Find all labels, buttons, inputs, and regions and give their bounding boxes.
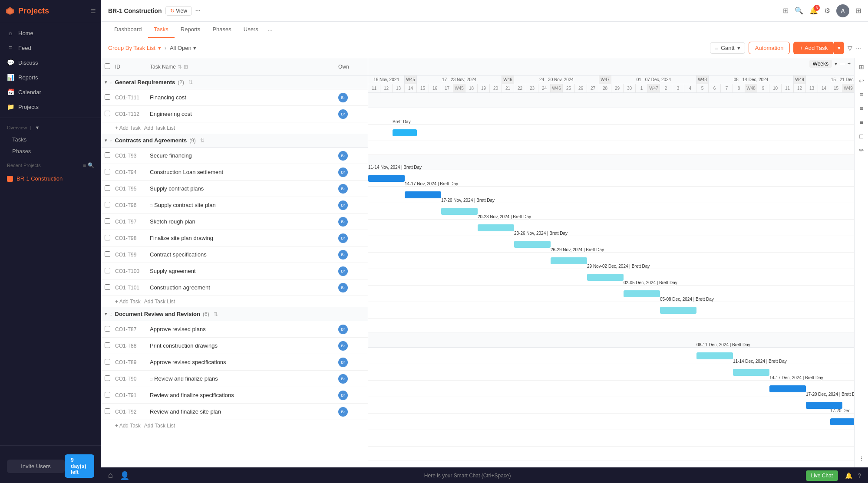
task-name[interactable]: □Supply contract site plan bbox=[150, 202, 338, 208]
sidebar-item-projects[interactable]: 📁 Projects bbox=[0, 99, 101, 114]
people-bottom-icon[interactable]: 👤 bbox=[120, 471, 129, 480]
task-name[interactable]: Approve revised specifications bbox=[150, 359, 338, 365]
home-bottom-icon[interactable]: ⌂ bbox=[108, 471, 113, 480]
gantt-bar[interactable] bbox=[696, 352, 733, 359]
task-sort-icon[interactable]: ⇅ bbox=[178, 64, 182, 70]
live-chat-button[interactable]: Live Chat bbox=[806, 470, 838, 481]
task-name[interactable]: Approve revised plans bbox=[150, 326, 338, 332]
topbar-more-button[interactable]: ··· bbox=[195, 7, 201, 14]
select-all-checkbox[interactable] bbox=[105, 63, 110, 69]
task-checkbox[interactable] bbox=[105, 185, 115, 192]
overview-label[interactable]: Overview | ▼ bbox=[7, 125, 40, 130]
list-view-icon[interactable]: ≡ bbox=[856, 89, 867, 100]
section-actions-documents[interactable]: ⇅ bbox=[214, 311, 218, 317]
task-name[interactable]: Construction Loan settlement bbox=[150, 169, 338, 175]
invite-users-button[interactable]: Invite Users bbox=[7, 460, 65, 473]
sidebar-item-discuss[interactable]: 💬 Discuss bbox=[0, 55, 101, 70]
sidebar-menu-icon[interactable]: ☰ bbox=[91, 8, 96, 14]
sidebar-item-reports[interactable]: 📊 Reports bbox=[0, 70, 101, 85]
help-icon[interactable]: ? bbox=[858, 472, 861, 479]
gantt-bar[interactable] bbox=[368, 175, 405, 182]
task-name[interactable]: Review and finalize specifications bbox=[150, 392, 338, 398]
task-name[interactable]: Supply contract plans bbox=[150, 185, 338, 192]
user-avatar[interactable]: A bbox=[836, 4, 849, 17]
task-name[interactable]: □Review and finalize plans bbox=[150, 375, 338, 382]
search-icon[interactable]: 🔍 bbox=[795, 7, 803, 15]
add-task-button[interactable]: + Add Task bbox=[793, 42, 834, 54]
task-checkbox[interactable] bbox=[105, 251, 115, 258]
task-name[interactable]: Supply agreement bbox=[150, 268, 338, 274]
task-checkbox[interactable] bbox=[105, 218, 115, 225]
tab-users[interactable]: Users bbox=[238, 22, 264, 38]
task-checkbox[interactable] bbox=[105, 342, 115, 349]
group-by-button[interactable]: Group By Task List ▾ bbox=[108, 45, 161, 51]
gantt-bar[interactable] bbox=[551, 257, 587, 264]
section-actions-contracts[interactable]: ⇅ bbox=[200, 138, 205, 144]
more-options-icon[interactable]: ··· bbox=[856, 45, 861, 52]
gantt-bar[interactable] bbox=[830, 418, 854, 425]
tab-reports[interactable]: Reports bbox=[175, 22, 207, 38]
gantt-bar[interactable] bbox=[478, 224, 514, 231]
tab-more[interactable]: ··· bbox=[264, 22, 276, 37]
task-name[interactable]: Review and finalize site plan bbox=[150, 408, 338, 415]
sidebar-item-calendar[interactable]: 📅 Calendar bbox=[0, 85, 101, 99]
section-header-contracts[interactable]: ▾ ↕ Contracts and Agreements (9) ⇅ bbox=[101, 134, 368, 148]
add-panel-icon[interactable]: ⊞ bbox=[783, 7, 789, 15]
filter-icon[interactable]: ▽ bbox=[848, 45, 852, 52]
task-checkbox[interactable] bbox=[105, 284, 115, 291]
sidebar-item-home[interactable]: ⌂ Home bbox=[0, 26, 101, 40]
add-task-list-link[interactable]: Add Task List bbox=[144, 125, 175, 131]
sidebar-item-phases[interactable]: Phases bbox=[0, 145, 101, 157]
task-checkbox[interactable] bbox=[105, 392, 115, 399]
add-task-link[interactable]: + Add Task bbox=[115, 299, 141, 305]
all-open-button[interactable]: All Open ▾ bbox=[170, 45, 196, 51]
gantt-bar[interactable] bbox=[806, 402, 842, 409]
add-task-link[interactable]: + Add Task bbox=[115, 125, 141, 131]
gantt-bar[interactable] bbox=[587, 274, 624, 281]
tab-dashboard[interactable]: Dashboard bbox=[108, 22, 148, 38]
task-checkbox[interactable] bbox=[105, 359, 115, 366]
smart-chat-text[interactable]: Here is your Smart Chat (Ctrl+Space) bbox=[136, 473, 799, 479]
task-name[interactable]: Financing cost bbox=[150, 94, 338, 101]
gantt-bar[interactable] bbox=[733, 369, 769, 376]
compact-view-icon[interactable]: ≡ bbox=[856, 117, 867, 128]
grid-view-icon[interactable]: ≡ bbox=[856, 103, 867, 114]
gantt-area[interactable]: Weeks ▾ — + 16 Nov, 2024 W45 17 - 23 Nov… bbox=[368, 58, 854, 467]
recent-projects-label[interactable]: Recent Projects bbox=[7, 163, 41, 168]
view-button[interactable]: ↻ View bbox=[165, 6, 192, 16]
task-name[interactable]: Engineering cost bbox=[150, 111, 338, 117]
add-task-list-link[interactable]: Add Task List bbox=[144, 423, 175, 429]
gantt-bar[interactable] bbox=[514, 241, 551, 248]
task-name[interactable]: Contract specifications bbox=[150, 251, 338, 258]
task-checkbox[interactable] bbox=[105, 326, 115, 333]
notification-bell-icon[interactable]: 🔔 bbox=[845, 472, 852, 479]
gantt-bar[interactable] bbox=[769, 385, 806, 392]
task-checkbox[interactable] bbox=[105, 235, 115, 242]
add-task-list-link[interactable]: Add Task List bbox=[144, 299, 175, 305]
edit-icon[interactable]: ✏ bbox=[856, 145, 867, 155]
chevron-down-icon[interactable]: ▾ bbox=[835, 61, 837, 67]
collapse-icon[interactable]: ▾ bbox=[105, 79, 107, 85]
gantt-bar[interactable] bbox=[405, 191, 441, 198]
sidebar-item-tasks[interactable]: Tasks bbox=[0, 134, 101, 145]
weeks-button[interactable]: Weeks bbox=[809, 60, 832, 68]
automation-button[interactable]: Automation bbox=[749, 42, 790, 54]
section-header-documents[interactable]: ▾ ↕ Document Review and Revision (6) ⇅ bbox=[101, 307, 368, 321]
sidebar-logo[interactable]: Projects bbox=[5, 6, 49, 16]
collapse-icon[interactable]: ▾ bbox=[105, 311, 107, 317]
task-name[interactable]: Print construction drawings bbox=[150, 342, 338, 349]
expand-icon[interactable]: ⊞ bbox=[856, 62, 867, 72]
add-task-dropdown-button[interactable]: ▾ bbox=[834, 42, 844, 54]
zoom-in-icon[interactable]: + bbox=[848, 61, 851, 67]
section-actions-general[interactable]: ⇅ bbox=[188, 79, 193, 85]
notifications-icon[interactable]: 🔔 3 bbox=[809, 7, 818, 15]
list-icon[interactable]: ≡ bbox=[83, 162, 86, 168]
gantt-button[interactable]: ≡ Gantt ▾ bbox=[710, 42, 745, 54]
sidebar-project-br1[interactable]: BR-1 Construction bbox=[0, 172, 101, 185]
task-filter-icon[interactable]: ⊞ bbox=[184, 64, 188, 70]
task-checkbox[interactable] bbox=[105, 408, 115, 415]
gantt-bar[interactable] bbox=[441, 208, 478, 215]
more-options-vertical[interactable]: ⋮ bbox=[856, 453, 867, 464]
task-name[interactable]: Sketch rough plan bbox=[150, 218, 338, 225]
settings-icon[interactable]: ⚙ bbox=[824, 7, 830, 15]
